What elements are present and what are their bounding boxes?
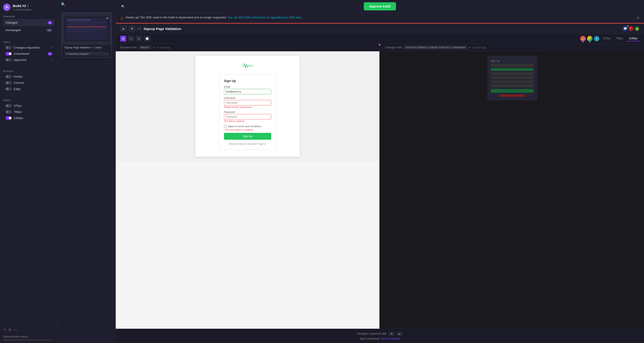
diff-signin-link [500, 95, 525, 97]
unchanged-item[interactable]: Unchanged 10 [3, 27, 54, 34]
form-container-baseline: Sign Up Email Username Please choose a u… [196, 56, 300, 157]
changes-label: Changes from [385, 46, 402, 49]
warning-link[interactable]: You can find SDK instructions to upgrade… [228, 16, 302, 19]
agree-row: Agree to terms and conditions [224, 125, 271, 128]
chrome-toggle[interactable] [6, 81, 12, 85]
approved-item[interactable]: Approved 0 [3, 57, 54, 63]
width-768-button[interactable]: 768px [614, 36, 625, 41]
logo-icon: P [3, 4, 10, 11]
form-title: Sign Up [224, 79, 271, 83]
changed-item[interactable]: Changed 1 [3, 19, 54, 26]
width-1280-item[interactable]: 1280px [3, 115, 54, 121]
flag-icon[interactable]: 🚩 [628, 26, 634, 31]
feedback-link[interactable]: Send Feedback [381, 337, 400, 340]
agree-label: Agree to terms and conditions [228, 125, 261, 128]
sidebar: P Build #3 ℹ 1 visual changes Snapshots … [0, 0, 58, 343]
width-1280-label: 1280px [14, 116, 52, 120]
password-input[interactable] [224, 114, 271, 120]
thumb-search-icon[interactable]: 🔍 [61, 2, 66, 7]
username-input[interactable] [224, 100, 271, 105]
changed-label: Changed [6, 21, 18, 24]
width-768-item[interactable]: 768px [3, 109, 54, 115]
changes-branch-tag: feature/update-signup-redirect-component [404, 46, 468, 49]
edge-item[interactable]: Edge [3, 86, 54, 92]
close-icon[interactable]: ✕ [636, 16, 640, 20]
thumbnail-label-row: 'Signup Page Validation' + 1 more. [62, 45, 112, 50]
widths-section: Widths 375px 768px 1280px [0, 97, 58, 122]
submit-button[interactable]: Sign Up [224, 133, 271, 140]
width-768-label: 768px [14, 110, 52, 114]
single-view-button[interactable]: ▭ [128, 36, 134, 42]
next-snapshot-button[interactable]: ▼ [129, 26, 135, 31]
snapshot-title: Signup Page Validation [144, 27, 620, 31]
unreviewed-label: Unreviewed [14, 52, 46, 56]
changes-scroll[interactable]: Sign Up [380, 51, 644, 329]
key-up-button[interactable]: ▲ [396, 332, 402, 336]
grid-icon[interactable]: ⊞ [8, 327, 11, 332]
changes-time: a month ago [472, 46, 486, 49]
baseline-scroll[interactable]: Sign Up Email Username Please choose a u… [116, 51, 380, 329]
sidebar-bottom-icons: ✦ ⊞ ▭ [0, 325, 58, 334]
edge-toggle[interactable] [6, 87, 12, 91]
thumbnail-panel: 🔍 'Signup Page Validation' + 1 [58, 0, 116, 343]
thumbsup-icon[interactable]: 👍 [634, 26, 640, 31]
width-1280-toggle[interactable] [6, 116, 12, 120]
baseline-header: Baseline from master ▾ a month ago [116, 44, 380, 51]
status-section: Status Changes requested 0 Unreviewed 1 … [0, 39, 58, 64]
chevron-down-icon[interactable]: ▾ [89, 52, 90, 55]
split-view-button[interactable]: ⊞ [120, 36, 126, 42]
chrome-browser-icon[interactable]: C [587, 36, 592, 41]
changes-badge[interactable]: 2 matching changes ▾ [64, 52, 109, 56]
baseline-branch-arrow[interactable]: ▾ [153, 46, 154, 49]
changes-branch-arrow[interactable]: ▾ [469, 46, 471, 49]
reaction-icons: 💬 🚩 👍 [623, 26, 640, 31]
changes-badge-text: 2 matching changes [66, 53, 88, 55]
unreviewed-toggle[interactable] [6, 52, 12, 56]
diff-field-1 [491, 64, 534, 67]
prev-snapshot-button[interactable]: ▲ [120, 26, 126, 31]
info-icon[interactable]: ℹ [27, 4, 28, 8]
change-dot [106, 17, 108, 19]
width-375-toggle[interactable] [6, 104, 12, 107]
build-subtitle: 1 visual changes [13, 8, 54, 11]
panel-icon[interactable]: ▭ [14, 327, 17, 332]
edge-label: Edge [14, 87, 52, 91]
width-1280-button[interactable]: 1280px [627, 36, 640, 41]
firefox-item[interactable]: Firefox [3, 74, 54, 80]
history-button[interactable]: 🕐 [144, 36, 151, 42]
search-button[interactable]: 🔍 [120, 4, 126, 9]
thumbnail-card[interactable]: 'Signup Page Validation' + 1 more. 2 mat… [62, 13, 112, 58]
widths-label: Widths [3, 99, 54, 102]
changes-requested-toggle[interactable] [6, 46, 12, 49]
heartbeat-icon [200, 63, 295, 71]
edge-browser-icon[interactable]: E [594, 36, 599, 41]
email-input[interactable] [224, 89, 271, 94]
edge-icon-wrapper: E [594, 36, 599, 41]
key-down-button[interactable]: ▼ [388, 332, 394, 336]
firefox-browser-icon[interactable]: 🦊 [580, 36, 586, 41]
navigate-label: Navigate snapshots with [357, 332, 387, 335]
changes-requested-label: Changes requested [14, 46, 49, 49]
sparkle-icon[interactable]: ✦ [3, 327, 6, 332]
baseline-label: Baseline from [120, 46, 137, 49]
signin-link[interactable]: Already have an account? Sign in [224, 142, 271, 145]
width-375-item[interactable]: 375px [3, 103, 54, 109]
navigate-row: Navigate snapshots with ▼ ▲ [357, 332, 402, 336]
width-768-toggle[interactable] [6, 110, 12, 114]
approve-button[interactable]: Approve build [364, 2, 396, 11]
approved-toggle[interactable] [6, 58, 12, 62]
chrome-label: Chrome [14, 81, 52, 85]
unchanged-count: 10 [46, 29, 52, 32]
firefox-label: Firefox [14, 75, 52, 78]
comment-icon[interactable]: 💬 [623, 26, 628, 31]
toolbar: ⊞ ▭ ⊡ 🕐 🦊 C E 375px 768px 1280px [116, 34, 644, 44]
divider-2 [3, 66, 54, 66]
diff-view-button[interactable]: ⊡ [136, 36, 142, 42]
unreviewed-item[interactable]: Unreviewed 1 [3, 51, 54, 57]
changes-requested-item[interactable]: Changes requested 0 [3, 45, 54, 51]
firefox-toggle[interactable] [6, 75, 12, 78]
width-375-button[interactable]: 375px [601, 36, 612, 41]
chrome-item[interactable]: Chrome [3, 80, 54, 86]
diff-field-4 [491, 76, 534, 79]
agree-checkbox[interactable] [224, 125, 227, 128]
